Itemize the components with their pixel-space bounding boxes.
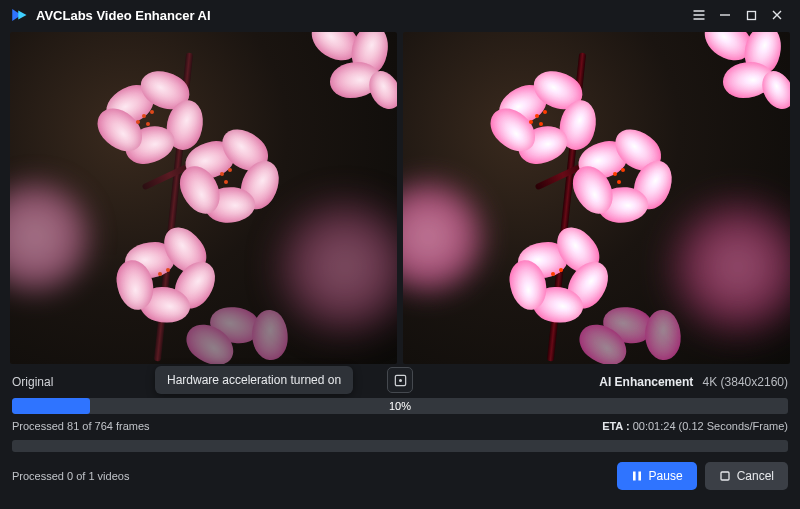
video-progress-bar [12,440,788,452]
svg-point-4 [399,379,402,382]
frame-progress-percent: 10% [12,398,788,414]
minimize-button[interactable] [712,2,738,28]
eta-label: ETA : [602,420,630,432]
svg-rect-5 [633,472,636,481]
frame-progress-section: 10% Processed 81 of 764 frames ETA : 00:… [0,398,800,452]
enhanced-label: AI Enhancement 4K (3840x2160) [599,375,788,389]
close-button[interactable] [764,2,790,28]
titlebar: AVCLabs Video Enhancer AI [0,0,800,30]
pause-button[interactable]: Pause [617,462,697,490]
preview-labels-row: Original Hardware acceleration turned on… [0,364,800,398]
hw-accel-tooltip: Hardware acceleration turned on [155,366,353,394]
eta-value: 00:01:24 (0.12 Seconds/Frame) [633,420,788,432]
maximize-button[interactable] [738,2,764,28]
footer-row: Processed 0 of 1 videos Pause Cancel [0,452,800,490]
preview-enhanced [403,32,790,364]
stop-icon [719,470,731,482]
original-label: Original [12,375,53,389]
svg-rect-2 [747,11,755,19]
app-title: AVCLabs Video Enhancer AI [36,8,211,23]
enhanced-label-text: AI Enhancement [599,375,693,389]
svg-rect-7 [721,472,729,480]
resolution-text: 4K (3840x2160) [703,375,788,389]
preview-area [0,30,800,364]
frame-progress-bar: 10% [12,398,788,414]
menu-button[interactable] [686,2,712,28]
eta-text: ETA : 00:01:24 (0.12 Seconds/Frame) [602,420,788,432]
preview-original [10,32,397,364]
frame-progress-meta: Processed 81 of 764 frames ETA : 00:01:2… [12,414,788,440]
videos-processed-text: Processed 0 of 1 videos [12,470,129,482]
app-logo-icon [10,6,28,24]
cancel-button[interactable]: Cancel [705,462,788,490]
pause-icon [631,470,643,482]
svg-marker-1 [18,11,26,20]
pause-button-label: Pause [649,469,683,483]
frames-processed-text: Processed 81 of 764 frames [12,420,150,432]
cancel-button-label: Cancel [737,469,774,483]
crop-compare-button[interactable] [387,367,413,393]
svg-rect-6 [638,472,641,481]
